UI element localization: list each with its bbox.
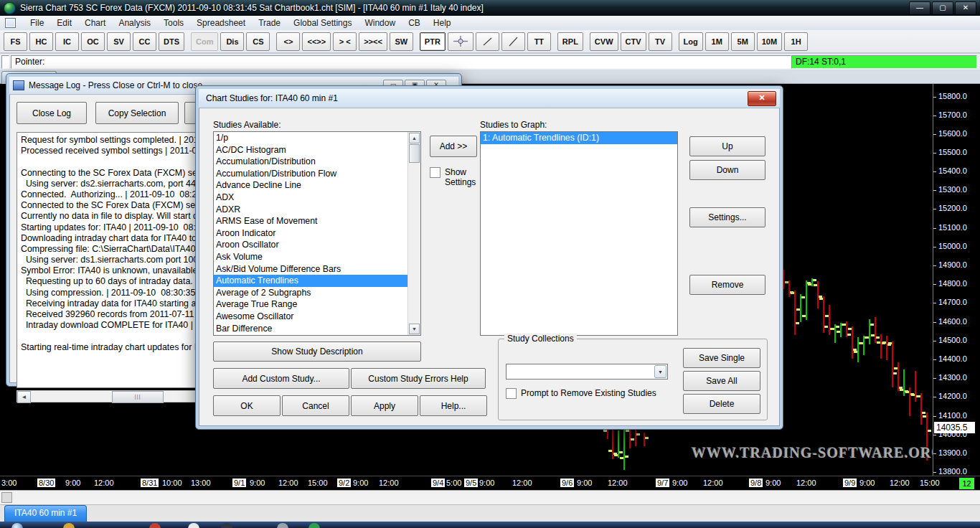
app-icon-gray[interactable] [277,523,288,528]
study-collection-combobox[interactable]: ▼ [506,364,668,380]
study-item-arms-ease-of-movement[interactable]: ARMS Ease of Movement [214,215,420,227]
study-item-automatic-trendlines[interactable]: Automatic Trendlines [214,275,420,287]
menu-item-chart[interactable]: Chart [78,16,112,30]
study-item-adx[interactable]: ADX [214,192,420,204]
settings-button[interactable]: Settings... [689,207,765,227]
study-item-bar-difference[interactable]: Bar Difference [214,323,420,335]
toolbar-button-dis[interactable]: Dis [220,32,244,51]
scroll-left-icon[interactable]: ◄ [17,391,31,403]
msglog-button-close-log[interactable]: Close Log [17,102,87,124]
menu-item-help[interactable]: Help [427,16,458,30]
study-item-1-p[interactable]: 1/p [214,132,420,144]
app-icon-red[interactable] [149,523,161,528]
toolbar-button-1h[interactable]: 1H [784,32,808,51]
toolbar-button-[interactable]: <<>> [302,32,331,51]
menu-item-edit[interactable]: Edit [50,16,78,30]
toolbar-button-hc[interactable]: HC [29,32,53,51]
toolbar-button-dts[interactable]: DTS [159,32,184,51]
ok-button[interactable]: OK [213,395,281,416]
add-study-button[interactable]: Add >> [430,136,477,157]
scrollbar-thumb[interactable] [409,144,420,163]
time-axis[interactable]: 3:008/309:0012:008/3110:0013:009/19:0012… [0,476,980,490]
cancel-button[interactable]: Cancel [282,395,349,416]
price-scale[interactable]: 15800.015700.015600.015500.015400.015300… [933,84,980,476]
toolbar-button-oc[interactable]: OC [81,32,105,51]
toolbar-button-cs[interactable]: CS [246,32,270,51]
toolbar-button-sv[interactable]: SV [107,32,131,51]
down-button[interactable]: Down [689,160,765,180]
study-item-ask-volume[interactable]: Ask Volume [214,251,420,263]
apply-button[interactable]: Apply [351,395,418,416]
scroll-up-icon[interactable]: ▲ [409,133,420,143]
menu-item-tools[interactable]: Tools [157,16,190,30]
save-all-button[interactable]: Save All [683,371,760,391]
study-item-aroon-oscillator[interactable]: Aroon Oscillator [214,239,420,251]
toolbar-button-ptr[interactable]: PTR [420,32,446,51]
up-button[interactable]: Up [689,136,765,156]
menu-item-file[interactable]: File [24,16,50,30]
study-item-awesome-oscillator[interactable]: Awesome Oscillator [214,311,420,323]
toolbar-button-sw[interactable]: SW [390,32,413,51]
toolbar-button-10m[interactable]: 10M [757,32,782,51]
menu-item-analysis[interactable]: Analysis [112,16,157,30]
menu-item-spreadsheet[interactable]: Spreadsheet [190,16,252,30]
maximize-button[interactable]: ▢ [932,1,953,15]
studies-available-list[interactable]: 1/pAC/DC HistogramAccumulation/Distribut… [213,131,421,336]
toolbar-button-log[interactable]: Log [679,32,703,51]
app-icon-gold[interactable] [63,523,75,528]
toolbar-button-rpl[interactable]: RPL [557,32,583,51]
trendline2-icon[interactable] [501,32,525,51]
chart-tab-ita40[interactable]: ITA40 60 min #1 [4,505,87,522]
custom-study-errors-help-button[interactable]: Custom Study Errors Help [351,368,486,389]
study-item-adxr[interactable]: ADXR [214,204,420,216]
toolbar-button-tv[interactable]: TV [649,32,672,51]
start-button[interactable] [11,523,23,528]
menu-item-window[interactable]: Window [358,16,402,30]
app-icon-white[interactable] [188,523,199,528]
save-single-button[interactable]: Save Single [683,348,760,368]
msglog-button-copy-selection[interactable]: Copy Selection [95,102,179,124]
trendline-icon[interactable] [476,32,499,51]
menu-item-cb[interactable]: CB [402,16,427,30]
list-vertical-scrollbar[interactable]: ▲ ▼ [407,132,420,335]
study-item-average-true-range[interactable]: Average True Range [214,298,420,311]
study-item-bar-end-time[interactable]: Bar End Time [214,334,420,336]
study-item-accumulation-distribution[interactable]: Accumulation/Distribution [214,156,420,168]
remove-button[interactable]: Remove [689,275,765,295]
toolbar-button-ic[interactable]: IC [55,32,79,51]
studies-to-graph-list[interactable]: 1: Automatic Trendlines (ID:1) [480,131,678,336]
minimize-button[interactable]: — [909,1,930,15]
toolbar-button-cvw[interactable]: CVW [590,32,618,51]
checkbox-box[interactable] [506,388,517,399]
toolbar-button-[interactable]: > < [333,32,357,51]
scroll-down-icon[interactable]: ▼ [409,324,420,334]
delete-button[interactable]: Delete [683,394,760,414]
checkbox-box[interactable] [430,167,440,178]
chevron-down-icon[interactable]: ▼ [654,365,666,378]
menu-item-global-settings[interactable]: Global Settings [287,16,358,30]
toolbar-button-cc[interactable]: CC [133,32,156,51]
add-custom-study-button[interactable]: Add Custom Study... [213,368,349,389]
study-item-aroon-indicator[interactable]: Aroon Indicator [214,227,420,240]
toolbar-button-[interactable]: <> [276,32,300,51]
close-button[interactable]: ✕ [955,1,976,15]
dialog-titlebar[interactable]: Chart Studies for: ITA40 60 min #1 ✕ [199,89,780,108]
toolbar-button-ctv[interactable]: CTV [621,32,646,51]
toolbar-button-1m[interactable]: 1M [705,32,729,51]
toolbar-button-[interactable]: >><< [359,32,387,51]
app-icon-globe[interactable] [308,523,320,528]
menu-item-trade[interactable]: Trade [252,16,287,30]
close-icon[interactable]: ✕ [748,91,776,106]
scrollbar-thumb[interactable]: ||| [112,391,164,403]
study-item-ask-bid-volume-difference-bars[interactable]: Ask/Bid Volume Difference Bars [214,263,420,275]
show-settings-checkbox[interactable]: Show Settings [430,167,480,187]
study-item-average-of-2-subgraphs[interactable]: Average of 2 Subgraphs [214,287,420,299]
toolbar-button-5m[interactable]: 5M [731,32,755,51]
toolbar-button-fs[interactable]: FS [4,32,27,51]
app-icon-dark[interactable] [221,523,232,528]
study-item-advance-decline-line[interactable]: Advance Decline Line [214,179,420,192]
study-item-ac-dc-histogram[interactable]: AC/DC Histogram [214,144,420,156]
study-item-accumulation-distribution-flow[interactable]: Accumulation/Distribution Flow [214,168,420,180]
show-study-description-button[interactable]: Show Study Description [213,341,421,362]
crosshair-icon[interactable] [448,32,473,51]
